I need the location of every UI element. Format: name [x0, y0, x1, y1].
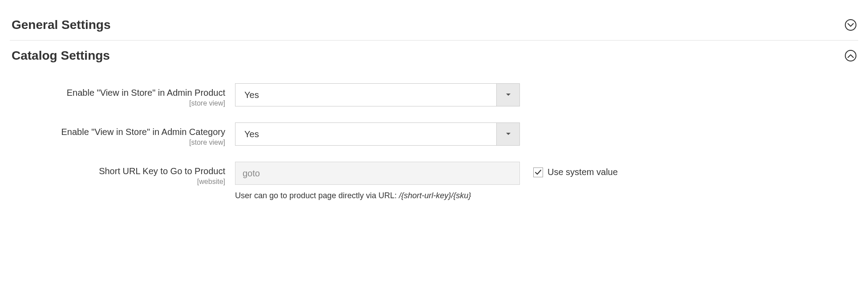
input-short-url-key[interactable]: goto — [235, 162, 520, 185]
dropdown-arrow-icon — [496, 123, 519, 145]
select-view-in-store-product[interactable]: Yes — [235, 83, 520, 106]
field-label: Enable "View in Store" in Admin Category — [10, 126, 225, 138]
field-scope: [website] — [10, 178, 225, 186]
field-control-col: goto User can go to product page directl… — [235, 162, 520, 200]
field-label: Short URL Key to Go to Product — [10, 165, 225, 177]
section-title-catalog: Catalog Settings — [12, 49, 110, 63]
section-body-catalog: Enable "View in Store" in Admin Product … — [10, 71, 858, 200]
field-label-col: Enable "View in Store" in Admin Category… — [10, 122, 235, 147]
field-scope: [store view] — [10, 139, 225, 147]
field-note-pattern: /{short-url-key}/{sku} — [399, 191, 471, 200]
select-value: Yes — [235, 84, 496, 106]
field-label-col: Enable "View in Store" in Admin Product … — [10, 83, 235, 107]
field-note-prefix: User can go to product page directly via… — [235, 191, 399, 200]
field-control-col: Yes — [235, 83, 520, 106]
field-scope: [store view] — [10, 99, 225, 107]
section-header-general[interactable]: General Settings — [10, 13, 858, 41]
dropdown-arrow-icon — [496, 84, 519, 106]
select-view-in-store-category[interactable]: Yes — [235, 122, 520, 146]
chevron-down-icon — [845, 19, 856, 31]
field-row-short-url-key: Short URL Key to Go to Product [website]… — [10, 162, 858, 200]
field-note: User can go to product page directly via… — [235, 191, 520, 200]
field-label: Enable "View in Store" in Admin Product — [10, 87, 225, 98]
select-value: Yes — [235, 123, 496, 145]
field-row-view-in-store-category: Enable "View in Store" in Admin Category… — [10, 122, 858, 147]
field-label-col: Short URL Key to Go to Product [website] — [10, 162, 235, 186]
field-control-col: Yes — [235, 122, 520, 146]
field-extra-col: Use system value — [520, 162, 618, 177]
field-row-view-in-store-product: Enable "View in Store" in Admin Product … — [10, 83, 858, 107]
section-header-catalog[interactable]: Catalog Settings — [10, 44, 858, 71]
checkbox-label: Use system value — [548, 167, 618, 177]
section-title-general: General Settings — [12, 18, 111, 32]
checkbox-use-system-value[interactable] — [533, 167, 543, 177]
chevron-up-icon — [845, 50, 856, 61]
